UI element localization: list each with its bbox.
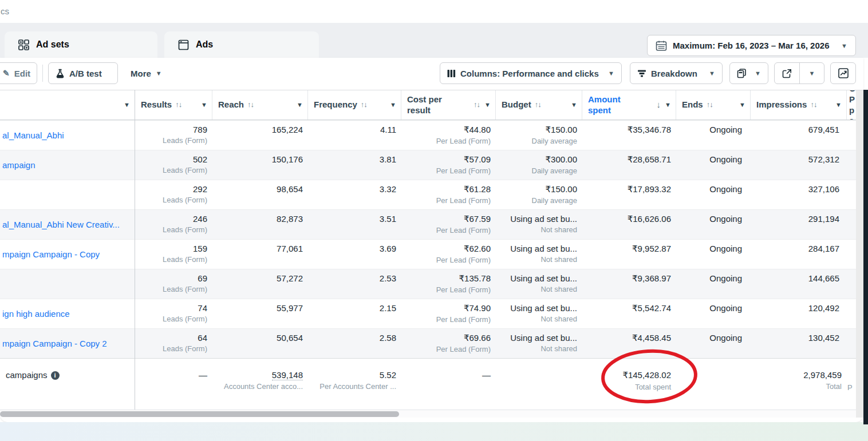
window-edge (863, 90, 868, 424)
tab-ads[interactable]: Ads (164, 31, 319, 58)
header-truncated-cpm[interactable]: CP pe (846, 90, 856, 120)
export-button[interactable]: ▼ (774, 62, 824, 84)
header-name-column[interactable]: ▼ (0, 90, 135, 120)
header-frequency[interactable]: Frequency ↑↓ ▼ (307, 90, 401, 120)
frequency-cell: 3.81 (307, 150, 401, 180)
truncated-cpm-cell (846, 180, 856, 209)
campaign-name-cell: ampaign (0, 150, 135, 180)
budget-cell: Using ad set bu...Not shared (495, 299, 582, 328)
totals-spent-value: ₹145,428.02 (622, 370, 671, 380)
header-amount-spent[interactable]: Amount spent ↓ ▼ (582, 90, 676, 120)
totals-frequency-value: 5.52 (380, 370, 396, 380)
frequency-cell: 2.53 (307, 269, 401, 299)
campaign-name-link[interactable]: al_Manual_Abhi New Creativ... (2, 220, 120, 229)
tab-ad-sets[interactable]: Ad sets (5, 31, 157, 58)
horizontal-scrollbar-thumb[interactable] (0, 411, 399, 417)
budget-cell: ₹150.00Daily average (495, 180, 582, 209)
reach-cell: 82,873 (212, 210, 307, 239)
sort-down-icon[interactable]: ↓ (657, 100, 661, 110)
campaign-name-link[interactable]: mpaign Campaign - Copy 2 (2, 339, 107, 348)
cost-per-result-cell: ₹67.59Per Lead (Form) (401, 210, 495, 239)
reach-cell: 98,654 (212, 180, 307, 209)
vertical-scrollbar[interactable] (856, 90, 863, 418)
breakdown-label: Breakdown (651, 69, 697, 78)
chevron-down-icon[interactable]: ▼ (835, 101, 842, 109)
campaign-name-link[interactable]: ampaign (2, 160, 35, 170)
chevron-down-icon[interactable]: ▼ (665, 101, 671, 109)
header-cost-label: Cost per result (407, 94, 448, 116)
header-reach[interactable]: Reach ↑↓ ▼ (212, 90, 307, 120)
budget-cell: Using ad set bu...Not shared (495, 269, 582, 299)
totals-reach-value[interactable]: 539,148 (272, 370, 303, 380)
flask-icon (56, 69, 65, 78)
impressions-cell: 679,451 (750, 121, 846, 150)
sort-arrows-icon[interactable]: ↑↓ (247, 100, 254, 109)
date-range-selector[interactable]: Maximum: Feb 16, 2023 – Mar 16, 2026 ▼ (647, 35, 856, 56)
totals-impressions: 2,978,459 Total (750, 359, 846, 410)
header-ends[interactable]: Ends ↑↓ ▼ (676, 90, 750, 120)
amount-spent-cell: ₹9,952.87 (582, 240, 676, 269)
table-card: ✎ Edit A/B test More ▼ Columns: Performa… (0, 58, 863, 422)
table-row: ign high audience 74Leads (Form) 55,977 … (0, 299, 863, 328)
totals-row: campaigns i — 539,148 Accounts Center ac… (0, 358, 863, 410)
frequency-cell: 3.32 (307, 180, 401, 209)
impressions-cell: 144,665 (750, 269, 846, 299)
tab-ad-sets-label: Ad sets (36, 39, 69, 50)
table-row: al_Manual_Abhi New Creativ... 246Leads (… (0, 209, 863, 239)
header-results[interactable]: Results ↑↓ ▼ (135, 90, 212, 120)
header-impressions[interactable]: Impressions ↑↓ ▼ (750, 90, 846, 120)
table-header-row: ▼ Results ↑↓ ▼ Reach ↑↓ ▼ Frequency ↑↓ ▼ (0, 90, 863, 120)
amount-spent-cell: ₹5,542.74 (582, 299, 676, 328)
campaign-name-link[interactable]: ign high audience (2, 309, 70, 319)
reach-cell: 77,061 (212, 240, 307, 269)
results-cell: 292Leads (Form) (135, 180, 212, 209)
chevron-down-icon[interactable]: ▼ (739, 101, 745, 109)
reach-cell: 57,272 (212, 269, 307, 299)
campaign-name-link[interactable]: al_Manual_Abhi (2, 130, 64, 140)
sort-arrows-icon[interactable]: ↑↓ (474, 100, 480, 109)
campaigns-table: ▼ Results ↑↓ ▼ Reach ↑↓ ▼ Frequency ↑↓ ▼ (0, 90, 863, 410)
campaign-name-link[interactable]: mpaign Campaign - Copy (2, 249, 100, 259)
header-budget[interactable]: Budget ↑↓ ▼ (495, 90, 582, 120)
truncated-cpm-cell (846, 269, 856, 299)
amount-spent-cell: ₹4,458.45 (582, 329, 676, 358)
duplicate-pages-icon (737, 69, 747, 78)
header-frequency-label: Frequency (314, 100, 357, 110)
sort-arrows-icon[interactable]: ↑↓ (535, 100, 541, 109)
impressions-cell: 327,106 (750, 180, 846, 209)
chevron-down-icon[interactable]: ▼ (124, 101, 130, 109)
reach-cell: 150,176 (212, 150, 307, 180)
sort-arrows-icon[interactable]: ↑↓ (810, 100, 816, 109)
columns-button[interactable]: Columns: Performance and clicks ▼ (440, 62, 622, 84)
totals-impressions-sub: Total (755, 382, 842, 391)
horizontal-scrollbar[interactable] (0, 410, 863, 418)
sort-arrows-icon[interactable]: ↑↓ (707, 100, 713, 109)
impressions-cell: 291,194 (750, 210, 846, 239)
sort-arrows-icon[interactable]: ↑↓ (175, 100, 182, 109)
impressions-cell: 284,167 (750, 240, 846, 269)
frequency-cell: 2.58 (307, 329, 401, 358)
truncated-cpm-cell (846, 150, 856, 180)
budget-cell: ₹300.00Daily average (495, 150, 582, 180)
charts-button[interactable] (830, 62, 856, 84)
edit-button[interactable]: ✎ Edit (0, 62, 37, 84)
results-cell: 64Leads (Form) (135, 329, 212, 358)
ad-sets-grid-icon (18, 39, 29, 50)
chevron-down-icon[interactable]: ▼ (571, 101, 577, 109)
chevron-down-icon[interactable]: ▼ (390, 101, 396, 109)
breakdown-button[interactable]: Breakdown ▼ (630, 62, 723, 84)
table-row: 69Leads (Form) 57,272 2.53 ₹135.78Per Le… (0, 269, 863, 299)
frequency-cell: 3.69 (307, 240, 401, 269)
totals-amount-spent: ₹145,428.02 Total spent (582, 359, 676, 410)
chevron-down-icon[interactable]: ▼ (201, 101, 207, 109)
sort-arrows-icon[interactable]: ↑↓ (361, 100, 367, 109)
more-button[interactable]: More ▼ (124, 62, 175, 84)
chevron-down-icon[interactable]: ▼ (800, 70, 824, 77)
header-cost-per-result[interactable]: Cost per result ↑↓ ▼ (401, 90, 495, 120)
chevron-down-icon[interactable]: ▼ (484, 101, 491, 109)
reports-button[interactable]: ▼ (729, 62, 768, 84)
info-icon[interactable]: i (51, 371, 60, 380)
chevron-down-icon[interactable]: ▼ (297, 101, 303, 109)
ab-test-button[interactable]: A/B test (48, 62, 118, 84)
budget-cell: ₹150.00Daily average (495, 121, 582, 150)
